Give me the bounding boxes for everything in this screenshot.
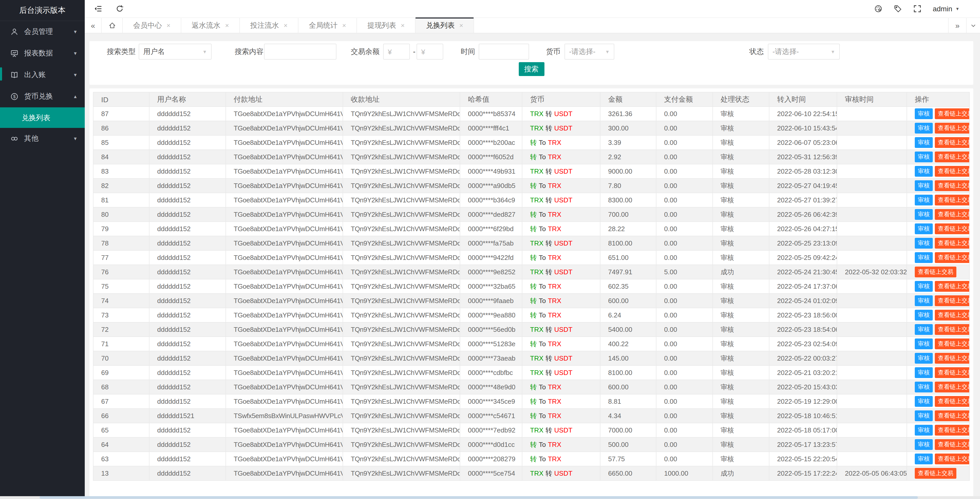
- tabs-scroll-left-button[interactable]: «: [85, 18, 102, 33]
- view-chain-button[interactable]: 查看链上交易: [935, 137, 969, 148]
- audit-button[interactable]: 审核: [915, 381, 933, 393]
- header-right-icons: admin ▼: [874, 0, 980, 17]
- audit-button[interactable]: 审核: [915, 310, 933, 321]
- audit-button[interactable]: 审核: [915, 238, 933, 249]
- audit-button[interactable]: 审核: [915, 425, 933, 435]
- view-chain-button[interactable]: 查看链上交易: [935, 396, 969, 407]
- view-chain-button[interactable]: 查看链上交易: [935, 209, 969, 220]
- fullscreen-icon[interactable]: [913, 5, 921, 13]
- view-chain-button[interactable]: 查看链上交易: [915, 267, 956, 277]
- tab-withdraw-list[interactable]: 提现列表 ×: [357, 18, 415, 33]
- sidebar-item-members[interactable]: 会员管理 ▼: [0, 21, 85, 43]
- audit-button[interactable]: 审核: [915, 195, 933, 205]
- tabs-scroll-right-button[interactable]: »: [948, 18, 966, 33]
- close-icon[interactable]: ×: [459, 22, 463, 29]
- audit-button[interactable]: 审核: [915, 108, 933, 119]
- audit-button[interactable]: 审核: [915, 296, 933, 306]
- cell-amount: 6650.00: [600, 466, 656, 480]
- audit-button[interactable]: 审核: [915, 123, 933, 133]
- audit-button[interactable]: 审核: [915, 353, 933, 364]
- search-content-input[interactable]: [264, 44, 336, 60]
- collapse-menu-icon[interactable]: [94, 5, 102, 13]
- theme-palette-icon[interactable]: [874, 5, 882, 13]
- tab-member-center[interactable]: 会员中心 ×: [123, 18, 181, 33]
- cell-user: dddddd1521: [149, 408, 226, 423]
- view-chain-button[interactable]: 查看链上交易: [935, 367, 969, 378]
- cell-user: dddddd152: [149, 236, 226, 250]
- audit-button[interactable]: 审核: [915, 338, 933, 349]
- view-chain-button[interactable]: 查看链上交易: [915, 468, 956, 479]
- close-icon[interactable]: ×: [225, 22, 229, 29]
- view-chain-button[interactable]: 查看链上交易: [935, 281, 969, 292]
- view-chain-button[interactable]: 查看链上交易: [935, 296, 969, 306]
- close-icon[interactable]: ×: [401, 22, 404, 29]
- tabs-menu-button[interactable]: [966, 18, 980, 33]
- tab-global-stats[interactable]: 全局统计 ×: [298, 18, 357, 33]
- search-button[interactable]: 搜索: [519, 62, 544, 76]
- view-chain-button[interactable]: 查看链上交易: [935, 381, 969, 393]
- view-chain-button[interactable]: 查看链上交易: [935, 310, 969, 321]
- view-chain-button[interactable]: 查看链上交易: [935, 439, 969, 450]
- view-chain-button[interactable]: 查看链上交易: [935, 195, 969, 205]
- tab-bet-flow[interactable]: 投注流水 ×: [240, 18, 298, 33]
- sidebar-item-exchange[interactable]: $ 货币兑换 ▲: [0, 86, 85, 107]
- horizontal-scrollbar-thumb[interactable]: [40, 496, 918, 499]
- tab-exchange-list[interactable]: 兑换列表 ×: [415, 18, 474, 33]
- view-chain-button[interactable]: 查看链上交易: [935, 453, 969, 464]
- sidebar-item-ledger[interactable]: 出入账 ▼: [0, 64, 85, 86]
- cell-actions: 审核查看链上交易: [907, 164, 969, 178]
- sidebar-scrollbar-thumb[interactable]: [0, 67, 2, 81]
- audit-button[interactable]: 审核: [915, 281, 933, 292]
- view-chain-button[interactable]: 查看链上交易: [935, 123, 969, 133]
- close-icon[interactable]: ×: [166, 22, 170, 29]
- cell-in-time: 2022-05-24 21:30:45: [769, 265, 837, 279]
- audit-button[interactable]: 审核: [915, 209, 933, 220]
- view-chain-button[interactable]: 查看链上交易: [935, 425, 969, 435]
- view-chain-button[interactable]: 查看链上交易: [935, 151, 969, 162]
- refresh-icon[interactable]: [116, 5, 124, 13]
- view-chain-button[interactable]: 查看链上交易: [935, 324, 969, 335]
- close-icon[interactable]: ×: [342, 22, 346, 29]
- search-type-select[interactable]: 用户名 ▼: [139, 44, 212, 60]
- time-input[interactable]: [479, 44, 529, 60]
- balance-max-input[interactable]: [417, 44, 443, 60]
- view-chain-button[interactable]: 查看链上交易: [935, 338, 969, 349]
- view-chain-button[interactable]: 查看链上交易: [935, 410, 969, 421]
- audit-button[interactable]: 审核: [915, 137, 933, 148]
- cell-id: 71: [93, 337, 149, 351]
- audit-button[interactable]: 审核: [915, 324, 933, 335]
- view-chain-button[interactable]: 查看链上交易: [935, 223, 969, 234]
- cell-currency: TRX转USDT: [522, 193, 600, 207]
- sidebar-item-reports[interactable]: 报表数据 ▼: [0, 43, 85, 64]
- audit-button[interactable]: 审核: [915, 439, 933, 450]
- cell-pay-address: TGoe8abtXDe1aYPVhjwDCUmH641VHkrCCX: [226, 351, 343, 366]
- audit-button[interactable]: 审核: [915, 453, 933, 464]
- home-tab-button[interactable]: [102, 18, 123, 33]
- view-chain-button[interactable]: 查看链上交易: [935, 166, 969, 177]
- cell-pay-address: TGoe8abtXDe1aYPVhjwDCUmH641VHkrCCX: [226, 437, 343, 452]
- sidebar-item-exchange-list[interactable]: 兑换列表: [0, 107, 85, 128]
- cell-recv-address: TQn9Y2khEsLJW1ChVWFMSMeRDow5Kc...: [343, 207, 460, 222]
- audit-button[interactable]: 审核: [915, 151, 933, 162]
- audit-button[interactable]: 审核: [915, 396, 933, 407]
- audit-button[interactable]: 审核: [915, 252, 933, 263]
- view-chain-button[interactable]: 查看链上交易: [935, 108, 969, 119]
- close-icon[interactable]: ×: [283, 22, 287, 29]
- audit-button[interactable]: 审核: [915, 410, 933, 421]
- balance-min-input[interactable]: [383, 44, 410, 60]
- view-chain-button[interactable]: 查看链上交易: [935, 180, 969, 191]
- audit-button[interactable]: 审核: [915, 367, 933, 378]
- currency-select[interactable]: -请选择- ▼: [565, 44, 614, 60]
- view-chain-button[interactable]: 查看链上交易: [935, 353, 969, 364]
- audit-button[interactable]: 审核: [915, 166, 933, 177]
- view-chain-button[interactable]: 查看链上交易: [935, 252, 969, 263]
- audit-button[interactable]: 审核: [915, 223, 933, 234]
- tag-icon[interactable]: [894, 5, 902, 13]
- cell-pay-address: TGoe8abtXDe1aYPVhjwDCUmH641VHkrCCX: [226, 452, 343, 466]
- audit-button[interactable]: 审核: [915, 180, 933, 191]
- view-chain-button[interactable]: 查看链上交易: [935, 238, 969, 249]
- sidebar-item-other[interactable]: 其他 ▼: [0, 128, 85, 149]
- tab-rebate-flow[interactable]: 返水流水 ×: [181, 18, 240, 33]
- admin-user-menu[interactable]: admin ▼: [933, 5, 959, 13]
- status-select[interactable]: -请选择- ▼: [768, 44, 840, 60]
